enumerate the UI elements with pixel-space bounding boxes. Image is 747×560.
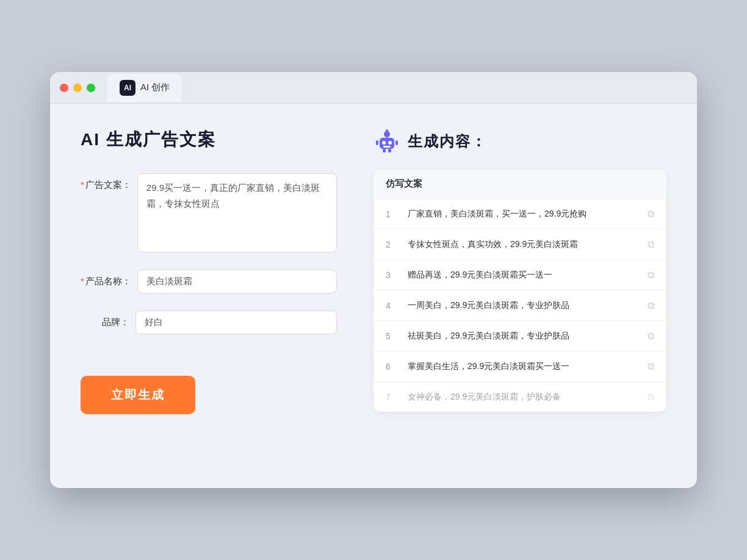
copy-icon[interactable]: ⧉ [648,392,654,403]
required-star-product: * [81,276,84,286]
copy-icon[interactable]: ⧉ [648,239,654,250]
svg-rect-4 [383,146,391,148]
row-text: 厂家直销，美白淡斑霜，买一送一，29.9元抢购 [408,207,638,220]
main-content: AI 生成广告文案 *广告文案： *产品名称： 品牌： 立 [50,104,697,488]
copy-icon[interactable]: ⧉ [648,300,654,311]
right-header: 生成内容： [374,128,666,155]
svg-rect-8 [395,140,398,145]
svg-rect-7 [376,140,378,145]
left-panel: AI 生成广告文案 *广告文案： *产品名称： 品牌： 立 [81,128,337,464]
table-row: 3赠品再送，29.9元美白淡斑霜买一送一⧉ [374,260,666,290]
table-header-text: 仿写文案 [386,178,422,188]
table-row: 5祛斑美白，29.9元美白淡斑霜，专业护肤品⧉ [374,321,666,351]
row-text: 一周美白，29.9元美白淡斑霜，专业护肤品 [408,299,638,312]
brand-group: 品牌： [81,311,337,334]
page-title: AI 生成广告文案 [81,128,337,151]
row-text: 赠品再送，29.9元美白淡斑霜买一送一 [408,268,638,281]
brand-label: 品牌： [81,311,135,328]
table-body: 1厂家直销，美白淡斑霜，买一送一，29.9元抢购⧉2专抹女性斑点，真实功效，29… [374,199,666,412]
row-number: 2 [386,240,398,249]
robot-icon [374,128,400,155]
browser-window: AI AI 创作 AI 生成广告文案 *广告文案： *产品名称： [50,72,697,488]
row-text: 专抹女性斑点，真实功效，29.9元美白淡斑霜 [408,238,638,251]
maximize-button[interactable] [87,84,95,92]
svg-rect-9 [383,149,386,153]
minimize-button[interactable] [73,84,82,92]
brand-input[interactable] [135,311,337,334]
table-header: 仿写文案 [374,170,666,199]
row-text: 掌握美白生活，29.9元美白淡斑霜买一送一 [408,360,638,373]
table-row: 4一周美白，29.9元美白淡斑霜，专业护肤品⧉ [374,290,666,321]
ai-tab[interactable]: AI AI 创作 [107,74,182,102]
row-text: 女神必备，29.9元美白淡斑霜，护肤必备 [408,390,638,403]
svg-point-3 [388,141,392,145]
svg-point-6 [386,129,388,132]
copy-icon[interactable]: ⧉ [648,361,654,372]
product-name-group: *产品名称： [81,270,337,293]
row-number: 7 [386,392,398,402]
table-row: 1厂家直销，美白淡斑霜，买一送一，29.9元抢购⧉ [374,199,666,229]
svg-rect-10 [388,149,391,153]
right-title: 生成内容： [408,132,487,151]
copy-icon[interactable]: ⧉ [648,331,654,342]
row-number: 4 [386,301,398,311]
row-number: 1 [386,209,398,219]
ai-logo-icon: AI [120,80,135,96]
copy-icon[interactable]: ⧉ [648,270,654,281]
row-number: 5 [386,331,398,341]
ad-copy-input[interactable] [137,173,337,253]
product-name-input[interactable] [137,270,337,293]
row-text: 祛斑美白，29.9元美白淡斑霜，专业护肤品 [408,329,638,342]
table-row: 2专抹女性斑点，真实功效，29.9元美白淡斑霜⧉ [374,229,666,260]
ad-copy-group: *广告文案： [81,173,337,253]
row-number: 3 [386,270,398,280]
results-table: 仿写文案 1厂家直销，美白淡斑霜，买一送一，29.9元抢购⧉2专抹女性斑点，真实… [374,170,666,412]
copy-icon[interactable]: ⧉ [648,209,654,220]
right-panel: 生成内容： 仿写文案 1厂家直销，美白淡斑霜，买一送一，29.9元抢购⧉2专抹女… [374,128,666,464]
table-row: 7女神必备，29.9元美白淡斑霜，护肤必备⧉ [374,382,666,412]
generate-button[interactable]: 立即生成 [81,376,195,414]
traffic-lights [60,84,95,92]
close-button[interactable] [60,84,68,92]
svg-point-2 [382,141,386,145]
ad-label: *广告文案： [81,173,137,191]
product-label: *产品名称： [81,270,137,287]
row-number: 6 [386,362,398,372]
tab-label: AI 创作 [140,82,170,93]
title-bar: AI AI 创作 [50,72,697,104]
required-star-ad: * [81,179,84,190]
table-row: 6掌握美白生活，29.9元美白淡斑霜买一送一⧉ [374,351,666,382]
